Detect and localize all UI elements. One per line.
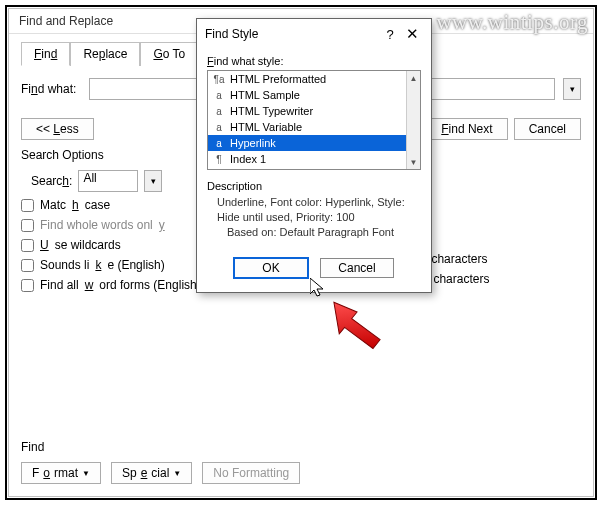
tab-replace[interactable]: Replace xyxy=(70,42,140,66)
find-section: Find Format ▼ Special ▼ No Formatting xyxy=(21,440,581,484)
close-icon[interactable]: ✕ xyxy=(401,25,423,43)
search-direction-label: Search: xyxy=(31,174,72,188)
find-what-style-label: Find what style: xyxy=(207,55,421,67)
paragraph-icon: ¶ xyxy=(212,154,226,165)
search-direction-dropdown[interactable]: ▾ xyxy=(144,170,162,192)
list-item[interactable]: ¶Index 1 xyxy=(208,151,406,167)
description-text: Underline, Font color: Hyperlink, Style:… xyxy=(207,192,421,240)
tab-find[interactable]: Find xyxy=(21,42,70,66)
scrollbar[interactable]: ▲ ▼ xyxy=(406,71,420,169)
list-item[interactable]: ¶aHTML Preformatted xyxy=(208,71,406,87)
paragraph-icon: ¶a xyxy=(212,74,226,85)
less-button[interactable]: << Less xyxy=(21,118,94,140)
list-item-selected[interactable]: aHyperlink xyxy=(208,135,406,151)
list-item[interactable]: aHTML Sample xyxy=(208,87,406,103)
char-icon: a xyxy=(212,106,226,117)
tab-goto[interactable]: Go To xyxy=(140,42,198,66)
char-icon: a xyxy=(212,138,226,149)
ok-button[interactable]: OK xyxy=(234,258,308,278)
find-what-label: Find what: xyxy=(21,82,81,96)
special-button[interactable]: Special ▼ xyxy=(111,462,192,484)
popup-cancel-button[interactable]: Cancel xyxy=(320,258,394,278)
search-direction-value[interactable]: All xyxy=(78,170,138,192)
style-listbox[interactable]: ¶aHTML Preformatted aHTML Sample aHTML T… xyxy=(207,70,421,170)
list-item[interactable]: aHTML Typewriter xyxy=(208,103,406,119)
find-section-label: Find xyxy=(21,440,581,454)
no-formatting-button: No Formatting xyxy=(202,462,300,484)
find-style-title: Find Style xyxy=(205,27,379,41)
find-style-dialog: Find Style ? ✕ Find what style: ¶aHTML P… xyxy=(196,18,432,293)
list-item[interactable]: aHTML Variable xyxy=(208,119,406,135)
scroll-down-icon[interactable]: ▼ xyxy=(407,155,420,169)
char-icon: a xyxy=(212,90,226,101)
description-label: Description xyxy=(207,180,421,192)
scroll-up-icon[interactable]: ▲ xyxy=(407,71,420,85)
char-icon: a xyxy=(212,122,226,133)
help-icon[interactable]: ? xyxy=(379,27,401,42)
cancel-button[interactable]: Cancel xyxy=(514,118,581,140)
find-what-dropdown[interactable]: ▾ xyxy=(563,78,581,100)
find-next-button[interactable]: Find Next xyxy=(426,118,507,140)
format-button[interactable]: Format ▼ xyxy=(21,462,101,484)
